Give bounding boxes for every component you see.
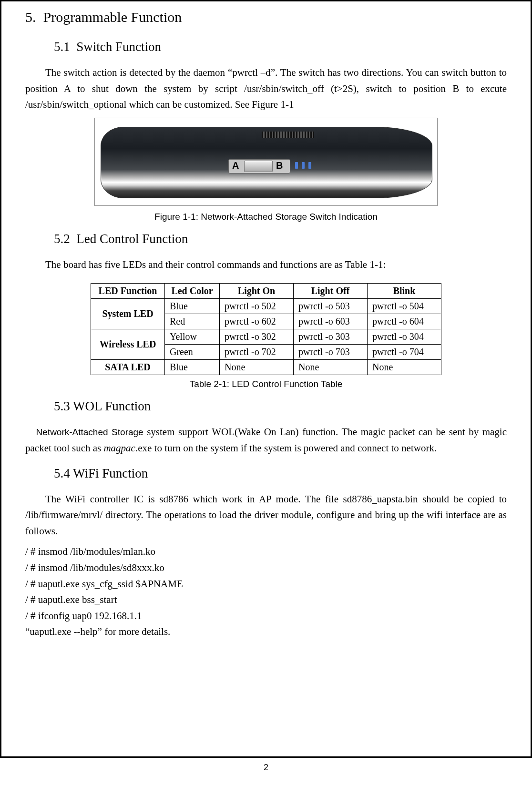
wifi-command-list: / # insmod /lib/modules/mlan.ko/ # insmo… <box>25 544 507 640</box>
paragraph-5-2: The board has five LEDs and their contro… <box>25 257 507 273</box>
table-header: Light Off <box>294 284 368 299</box>
page-number: 2 <box>0 763 532 773</box>
wol-suffix: .exe to turn on the system if the system… <box>135 442 437 454</box>
subsection-number: 5.1 <box>54 40 70 54</box>
table-header: Light On <box>220 284 294 299</box>
subsection-number: 5.2 <box>54 232 70 246</box>
table-cell: pwrctl -o 603 <box>294 314 368 329</box>
table-row: System LEDBluepwrctl -o 502pwrctl -o 503… <box>91 299 441 314</box>
table-cell: pwrctl -o 702 <box>220 345 294 360</box>
figure-label: Figure 1-1: <box>154 212 198 222</box>
led-indicator-icon <box>308 162 311 169</box>
command-line: / # insmod /lib/modules/mlan.ko <box>25 544 507 560</box>
subsection-title: Switch Function <box>76 40 161 54</box>
figure-caption-text: Network-Attached Storage Switch Indicati… <box>201 212 378 222</box>
wol-tool-name: magpac <box>103 442 135 454</box>
section-number: 5. <box>25 9 36 25</box>
led-indicator-icon <box>295 162 298 169</box>
command-line: / # uaputl.exe bss_start <box>25 592 507 608</box>
device-image: A B <box>94 118 438 206</box>
table-cell-function: Wireless LED <box>91 329 165 360</box>
table-cell: pwrctl -o 504 <box>368 299 441 314</box>
table-row: Wireless LEDYellowpwrctl -o 302pwrctl -o… <box>91 329 441 345</box>
table-cell: Blue <box>165 299 220 314</box>
paragraph-5-4: The WiFi controller IC is sd8786 which w… <box>25 491 507 540</box>
command-line: “uaputl.exe --help” for more details. <box>25 624 507 640</box>
table-cell: None <box>294 360 368 375</box>
subsection-title: WOL Function <box>73 399 151 413</box>
figure-1-1: A B <box>25 118 507 208</box>
subsection-title: WiFi Function <box>73 466 148 480</box>
section-heading: 5. Programmable Function <box>25 9 507 25</box>
table-cell: Green <box>165 345 220 360</box>
table-cell: pwrctl -o 503 <box>294 299 368 314</box>
subsection-5-3-heading: 5.3 WOL Function <box>54 399 507 414</box>
table-cell: Yellow <box>165 329 220 345</box>
table-cell: None <box>368 360 441 375</box>
command-line: / # insmod /lib/modules/sd8xxx.ko <box>25 560 507 576</box>
table-cell: pwrctl -o 704 <box>368 345 441 360</box>
table-cell: pwrctl -o 502 <box>220 299 294 314</box>
table-2-1-caption: Table 2-1: LED Control Function Table <box>25 379 507 389</box>
table-cell: Blue <box>165 360 220 375</box>
table-header: LED Function <box>91 284 165 299</box>
wol-prefix: Network-Attached Storage <box>36 427 143 437</box>
table-cell-function: SATA LED <box>91 360 165 375</box>
subsection-title: Led Control Function <box>76 232 188 246</box>
table-cell: pwrctl -o 602 <box>220 314 294 329</box>
page-content: 5. Programmable Function 5.1 Switch Func… <box>0 0 532 758</box>
led-control-table: LED Function Led Color Light On Light Of… <box>91 283 441 375</box>
device-leds <box>295 162 311 169</box>
command-line: / # ifconfig uap0 192.168.1.1 <box>25 608 507 624</box>
device-switch-knob <box>244 161 273 172</box>
table-cell: pwrctl -o 304 <box>368 329 441 345</box>
device-vents <box>262 132 314 138</box>
section-title: Programmable Function <box>43 9 182 25</box>
paragraph-5-3: Network-Attached Storage system support … <box>25 424 507 456</box>
subsection-number: 5.3 <box>54 399 70 413</box>
switch-label-b: B <box>276 160 283 171</box>
led-indicator-icon <box>302 162 305 169</box>
table-header-row: LED Function Led Color Light On Light Of… <box>91 284 441 299</box>
subsection-5-1-heading: 5.1 Switch Function <box>54 40 507 54</box>
subsection-5-2-heading: 5.2 Led Control Function <box>54 232 507 246</box>
table-cell: pwrctl -o 303 <box>294 329 368 345</box>
figure-1-1-caption: Figure 1-1: Network-Attached Storage Swi… <box>25 212 507 222</box>
table-cell-function: System LED <box>91 299 165 329</box>
subsection-5-4-heading: 5.4 WiFi Function <box>54 466 507 481</box>
table-header: Blink <box>368 284 441 299</box>
subsection-number: 5.4 <box>54 466 70 480</box>
table-header: Led Color <box>165 284 220 299</box>
table-cell: pwrctl -o 604 <box>368 314 441 329</box>
table-cell: None <box>220 360 294 375</box>
table-cell: pwrctl -o 703 <box>294 345 368 360</box>
table-cell: Red <box>165 314 220 329</box>
table-row: SATA LEDBlueNoneNoneNone <box>91 360 441 375</box>
table-cell: pwrctl -o 302 <box>220 329 294 345</box>
switch-label-a: A <box>232 160 239 171</box>
command-line: / # uaputl.exe sys_cfg_ssid $APNAME <box>25 576 507 592</box>
paragraph-5-1: The switch action is detected by the dae… <box>25 65 507 113</box>
